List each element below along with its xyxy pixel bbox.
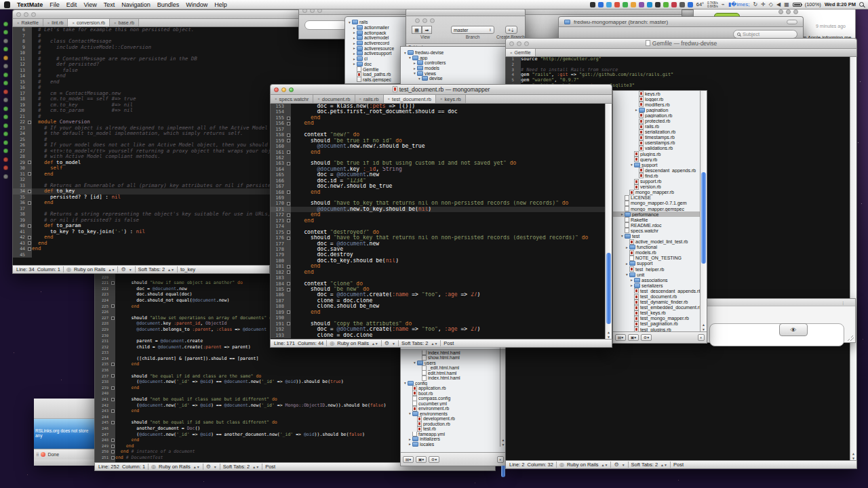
new-file-button[interactable]: ▤▾ <box>403 456 414 463</box>
tree-item-test[interactable]: ▾test <box>613 233 707 239</box>
tree-item-locales[interactable]: ▸locales <box>401 442 500 447</box>
tree-item-modifiers.rb[interactable]: modifiers.rb <box>613 102 707 107</box>
tree-item-controllers[interactable]: ▸controllers <box>401 60 506 66</box>
new-group-button[interactable]: ▣▾ <box>416 456 427 463</box>
disclosure-icon[interactable]: ▸ <box>352 62 357 66</box>
tree-item-test_dynamic_finder.rb[interactable]: test_dynamic_finder.rb <box>613 300 707 305</box>
scrollbar-thumb[interactable] <box>701 172 706 264</box>
tree-item-doc[interactable]: ▸doc <box>345 62 406 67</box>
tree-item-test_keys.rb[interactable]: test_keys.rb <box>613 310 707 316</box>
spotlight-icon[interactable] <box>859 2 864 7</box>
tree-item-performance[interactable]: ▸performance <box>613 211 707 217</box>
disclosure-icon[interactable]: ▸ <box>352 57 357 61</box>
disclosure-icon[interactable]: ▾ <box>403 51 408 55</box>
scrollbar-thumb[interactable] <box>606 253 611 324</box>
tree-item-support[interactable]: ▾support <box>613 162 707 167</box>
tab-close-icon[interactable]: × <box>114 21 117 25</box>
code-editor-main[interactable]: ▲ ▼ 153 doc = klass.new(:pets => [{}])15… <box>270 104 612 339</box>
scroll-up-icon[interactable]: ▲ <box>606 330 612 334</box>
menu-Window[interactable]: Window <box>186 1 208 8</box>
tab-lint.rb[interactable]: ×lint.rb <box>43 19 68 26</box>
editor-scrollbar[interactable]: ▲ ▼ <box>605 104 612 339</box>
tree-item-version.rb[interactable]: version.rb <box>613 184 707 190</box>
view-segmented-control[interactable]: ▦➡ <box>412 26 432 34</box>
istat-bars-icon[interactable]: ▮�imes; <box>728 1 750 7</box>
title-bar-gemfile[interactable]: Gemfile — fredwu-devise <box>505 38 857 49</box>
scroll-down-icon[interactable]: ▼ <box>606 335 612 339</box>
zoom-button[interactable] <box>793 9 798 14</box>
bundle-selector[interactable]: Ruby on Rails <box>337 340 369 346</box>
tab-Gemfile[interactable]: ×Gemfile <box>506 49 536 56</box>
info-button[interactable]: ◐ <box>698 334 705 341</box>
bundle-icon[interactable]: ◎ <box>559 462 564 468</box>
airport-icon[interactable]: ◇ <box>769 1 773 7</box>
battery-icon[interactable] <box>793 3 802 7</box>
tree-item-test_document.rb[interactable]: test_document.rb <box>613 293 707 299</box>
tree-item-app[interactable]: ▾app <box>401 56 506 61</box>
bundle-icon[interactable]: ◎ <box>151 464 156 470</box>
tree-item-fredwu-devise[interactable]: ▾fredwu-devise <box>401 50 506 56</box>
soft-tabs-selector[interactable]: Soft Tabs: 2 <box>401 340 428 346</box>
crosshair-icon[interactable]: ✛ <box>761 1 766 7</box>
tree-item-README.rdoc[interactable]: README.rdoc <box>613 222 707 228</box>
tree-item-rails.gemspec[interactable]: rails.gemspec <box>345 77 406 83</box>
tree-item-keys.rb[interactable]: keys.rb <box>613 91 707 96</box>
zoom-button[interactable] <box>430 18 435 23</box>
minimize-button[interactable] <box>786 9 791 14</box>
resize-grip[interactable] <box>848 335 854 341</box>
graph-icon[interactable]: ⌁ <box>722 1 725 7</box>
tree-item-support.rb[interactable]: support.rb <box>613 179 707 184</box>
tab-close-icon[interactable]: × <box>440 97 443 101</box>
tab-close-icon[interactable]: × <box>47 21 50 25</box>
tree-item-serialization.rb[interactable]: serialization.rb <box>613 129 707 135</box>
disclosure-icon[interactable]: ▾ <box>408 56 412 60</box>
volume-icon[interactable]: ◀ <box>776 1 781 7</box>
menu-extra-icon[interactable] <box>598 2 604 7</box>
window-controls[interactable] <box>509 41 529 46</box>
close-button[interactable] <box>16 12 21 17</box>
tab-specs.watchr[interactable]: ×specs.watchr <box>271 95 313 103</box>
tree-item-environments[interactable]: ▾environments <box>401 411 500 417</box>
tree-item-validations.rb[interactable]: validations.rb <box>613 146 707 151</box>
disclosure-icon[interactable]: ▾ <box>620 234 625 238</box>
disclosure-icon[interactable]: ▾ <box>417 77 422 81</box>
actions-gear-button[interactable]: ⚙▾ <box>429 456 439 463</box>
tab-close-icon[interactable]: × <box>17 21 20 25</box>
disclosure-icon[interactable]: ▸ <box>352 52 357 56</box>
temperature-item[interactable]: 64° <box>696 1 704 7</box>
tab-close-icon[interactable]: × <box>359 97 362 101</box>
tree-item-associations[interactable]: ▸associations <box>613 277 707 283</box>
tree-item-timestamps.rb[interactable]: timestamps.rb <box>613 135 707 140</box>
disclosure-icon[interactable]: ▾ <box>412 71 417 75</box>
tree-item-plugins.rb[interactable]: plugins.rb <box>613 151 707 157</box>
symbol-selector[interactable]: to_key <box>180 266 195 272</box>
tree-item-show.html.haml[interactable]: show.html.haml <box>401 355 500 361</box>
branch-dropdown[interactable]: master⇕ <box>451 26 494 34</box>
preview-eye-button[interactable]: 👁 <box>779 323 808 336</box>
minimize-button[interactable] <box>281 87 286 92</box>
composer-input[interactable] <box>709 323 844 346</box>
menu-extra-icon[interactable] <box>655 2 660 7</box>
tab-conversion.rb[interactable]: ×conversion.rb <box>68 19 110 26</box>
spaces-icon[interactable]: ▦ <box>784 1 789 7</box>
menu-Navigation[interactable]: Navigation <box>121 1 151 8</box>
disclosure-icon[interactable]: ▾ <box>403 381 408 385</box>
symbol-selector[interactable]: Post <box>265 464 275 470</box>
menu-extra-icon[interactable] <box>606 2 612 7</box>
apple-menu-icon[interactable] <box>4 1 10 8</box>
soft-tabs-selector[interactable]: Soft Tabs: 2 <box>223 464 250 470</box>
disclosure-icon[interactable]: ▸ <box>412 66 417 70</box>
close-button[interactable] <box>274 87 279 92</box>
tab-close-icon[interactable]: × <box>388 97 391 101</box>
tree-item-support[interactable]: ▸support <box>613 261 707 266</box>
gear-icon[interactable]: ⚙ <box>121 266 125 272</box>
tree-item-unit[interactable]: ▾unit <box>613 272 707 277</box>
tab-close-icon[interactable]: × <box>510 51 513 55</box>
tree-item-active_model_lint_test.rb[interactable]: active_model_lint_test.rb <box>613 239 707 245</box>
disclosure-icon[interactable]: ▸ <box>352 46 357 50</box>
info-button[interactable]: ◐ <box>497 456 504 463</box>
disclosure-icon[interactable]: ▸ <box>352 36 357 40</box>
tree-item-_edit.html.haml[interactable]: _edit.html.haml <box>401 365 500 371</box>
composer-title-strip[interactable]: ⋮ <box>703 299 855 306</box>
minimize-button[interactable] <box>422 18 427 23</box>
